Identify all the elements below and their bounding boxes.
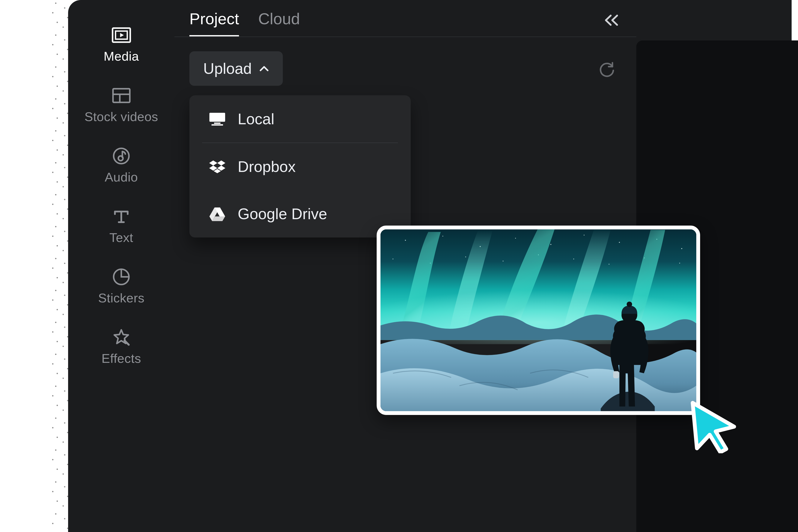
svg-point-42 [627, 302, 632, 307]
sidebar-item-label: Audio [105, 170, 138, 185]
upload-option-dropbox[interactable]: Dropbox [189, 143, 411, 190]
svg-rect-43 [613, 371, 619, 378]
svg-point-31 [393, 259, 394, 260]
chevron-double-left-icon [603, 14, 620, 26]
svg-rect-12 [211, 124, 223, 126]
upload-row: Upload [174, 36, 636, 86]
upload-dropdown: Local Dropbox [189, 95, 411, 238]
sidebar-item-media[interactable]: Media [68, 15, 174, 75]
svg-marker-2 [120, 33, 124, 37]
dropbox-icon [209, 158, 226, 175]
sidebar-item-audio[interactable]: Audio [68, 136, 174, 196]
svg-rect-3 [113, 89, 130, 102]
media-icon [111, 26, 132, 44]
svg-point-22 [405, 240, 406, 241]
sidebar-item-label: Effects [101, 351, 141, 366]
svg-point-7 [118, 156, 123, 161]
tab-cloud[interactable]: Cloud [258, 10, 300, 36]
tab-label: Cloud [258, 10, 300, 28]
upload-option-label: Google Drive [238, 205, 327, 223]
tab-label: Project [189, 10, 239, 28]
tabs-divider [174, 37, 636, 37]
svg-point-28 [619, 242, 620, 243]
panel-tabs: Project Cloud [174, 0, 636, 36]
media-thumbnail-dragging[interactable] [377, 226, 700, 415]
google-drive-icon [209, 205, 226, 223]
sidebar-item-text[interactable]: Text [68, 196, 174, 256]
svg-point-30 [681, 248, 682, 249]
svg-point-25 [515, 238, 516, 239]
refresh-button[interactable] [598, 61, 616, 79]
svg-point-23 [442, 236, 443, 236]
stickers-icon [111, 268, 132, 285]
layout-icon [111, 87, 132, 104]
refresh-icon [599, 61, 615, 78]
svg-point-33 [465, 256, 466, 257]
svg-point-36 [573, 259, 574, 260]
effects-icon [111, 329, 132, 346]
svg-marker-13 [209, 160, 217, 166]
thumbnail-image [380, 229, 696, 411]
svg-point-37 [609, 264, 609, 265]
collapse-panel-button[interactable] [602, 13, 621, 28]
text-icon [111, 208, 132, 225]
sidebar-item-effects[interactable]: Effects [68, 317, 174, 378]
sidebar-item-stickers[interactable]: Stickers [68, 256, 174, 317]
upload-option-label: Local [238, 110, 274, 128]
svg-marker-14 [217, 160, 225, 166]
upload-button-label: Upload [203, 60, 252, 77]
upload-option-label: Dropbox [238, 158, 296, 175]
upload-button[interactable]: Upload [189, 51, 283, 86]
svg-point-39 [679, 263, 680, 264]
chevron-up-icon [259, 64, 269, 73]
sidebar-item-label: Media [103, 49, 139, 64]
svg-point-26 [550, 244, 551, 245]
upload-option-google-drive[interactable]: Google Drive [189, 190, 411, 238]
svg-rect-10 [209, 113, 225, 122]
sidebar-item-stock-videos[interactable]: Stock videos [68, 75, 174, 136]
tool-sidebar: Media Stock videos Audio [68, 0, 174, 532]
sidebar-item-label: Text [109, 230, 133, 245]
monitor-icon [209, 110, 226, 128]
svg-rect-11 [214, 122, 221, 124]
tab-project[interactable]: Project [189, 10, 239, 36]
svg-point-27 [584, 235, 585, 235]
svg-point-34 [502, 261, 504, 262]
audio-icon [111, 148, 132, 165]
upload-option-local[interactable]: Local [189, 95, 411, 142]
sidebar-item-label: Stock videos [84, 109, 158, 124]
sidebar-item-label: Stickers [98, 291, 144, 305]
